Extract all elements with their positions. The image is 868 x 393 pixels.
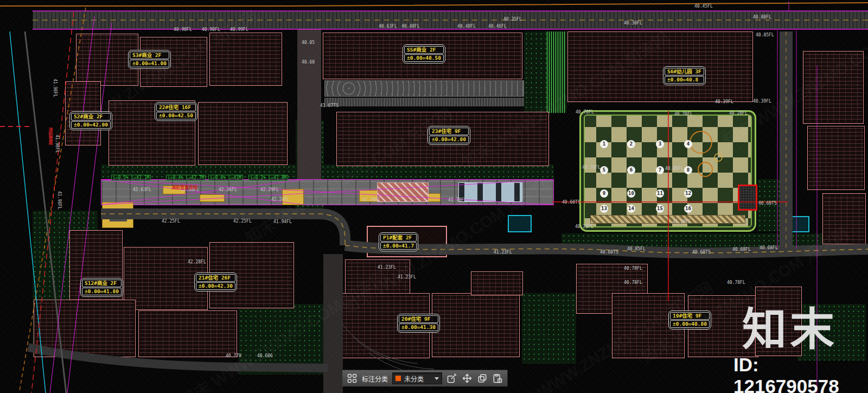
fl-label: 40.606 [257, 353, 273, 358]
fl-label: 40.80FL [753, 15, 771, 20]
fl-label: 40.63FL [379, 24, 397, 29]
garden-point-marker: 4 [684, 140, 692, 148]
fl-label: 41.78FL [362, 198, 381, 202]
fl-label: i=0.1% L=41.8M [248, 175, 288, 181]
building-tag: S5#商业 2F±0.00=40.50 [403, 45, 445, 64]
fl-label: 40.46FL [488, 24, 507, 29]
fl-label: 41.98FL [55, 135, 60, 153]
fl-label: 41.78FL [448, 198, 467, 202]
fl-label: 消防登高场地 [171, 185, 197, 190]
fl-label: 40.35FL [503, 17, 522, 22]
garden-point-marker: 1 [600, 140, 608, 148]
fl-label: 41.23FL [398, 275, 416, 280]
grid-icon[interactable] [347, 373, 358, 384]
chevron-down-icon [435, 377, 439, 380]
fl-label: 40.78FL [727, 280, 745, 285]
building-tag: S12#商业 2F±0.00=41.80 [80, 278, 123, 297]
fl-label: 40.78FL [624, 266, 642, 271]
garden-point-marker: 12 [684, 189, 692, 198]
fl-label: 40.778 [226, 353, 241, 358]
garden-point-marker: 10 [627, 189, 635, 198]
fl-label: 40.39FL [753, 99, 771, 104]
fl-label: 40.68TS [600, 250, 618, 255]
fl-label: 40.05FL [756, 33, 774, 37]
category-color-swatch [395, 376, 401, 381]
building-tag: S3#商业 2F±0.00=41.00 [128, 50, 171, 69]
fl-label: 消防登高 [48, 128, 53, 145]
fl-label: 41.98FL [57, 191, 62, 210]
cad-canvas[interactable]: 40.98FL40.98FL40.99FL40.0540.6840.63FL40… [0, 0, 868, 393]
garden-point-marker: 5 [600, 166, 608, 174]
fl-label: i=0.4% L=41M [208, 175, 243, 181]
fl-label: 40.98FL [202, 27, 220, 32]
building-tag: P1#配套 2F±0.00=41.7 [379, 232, 418, 251]
fl-label: 42.25FL [233, 219, 252, 224]
category-dropdown-value: 未分类 [404, 374, 431, 383]
fl-label: 40.60TS [758, 201, 777, 206]
building-tag: S6#幼儿园 3F±0.00=40.8 [663, 66, 706, 85]
fl-label: 40.80FL [665, 166, 684, 171]
fl-label: 41.23FL [494, 250, 512, 255]
fl-label: 40.20FL [729, 111, 748, 116]
fl-label: 42.29FL [260, 187, 279, 192]
fl-label: 41.23FL [378, 265, 396, 270]
fl-label: 40.05 [302, 40, 315, 45]
annotation-toolbar: 标注分类 未分类 [342, 370, 508, 386]
fl-label: 40.39FL [715, 99, 733, 104]
fl-label: 40.48FL [401, 24, 420, 29]
fl-label: 42.28FL [188, 259, 206, 264]
fl-label: 40.48FL [457, 24, 476, 29]
category-dropdown[interactable]: 未分类 [392, 372, 442, 384]
annotation-layer: 40.98FL40.98FL40.99FL40.0540.6840.63FL40… [0, 0, 868, 393]
fl-label: 40.70FL [674, 112, 693, 117]
fl-label: i=0.4% L=42.7M [166, 175, 206, 181]
garden-point-marker: 16 [684, 205, 692, 213]
building-tag: 21#住宅 26F±0.00=42.30 [194, 272, 237, 291]
edit-icon[interactable] [446, 373, 457, 384]
fl-label: 40.99FL [230, 27, 248, 32]
fl-label: 40.78FL [624, 280, 642, 285]
garden-point-marker: 8 [684, 166, 692, 174]
fl-label: 41.67TS [320, 103, 339, 108]
category-label: 标注分类 [362, 374, 388, 383]
fl-label: 42.25FL [162, 219, 180, 224]
fl-label: 40.30FL [624, 21, 642, 26]
fl-label: i=0.5% L=41.1M [111, 175, 151, 181]
garden-point-marker: 13 [600, 205, 608, 213]
garden-point-marker: 6 [627, 166, 635, 174]
fl-label: 40.60TS [562, 200, 580, 205]
building-tag: 23#住宅 9F±0.00=42.00 [427, 126, 470, 145]
fl-label: 40.20FL [575, 224, 593, 229]
fl-label: 40.85FL [627, 246, 646, 251]
fl-label: 42.63FL [133, 187, 151, 192]
garden-point-marker: 9 [600, 189, 608, 198]
fl-label: 41.94FL [273, 219, 292, 224]
move-icon[interactable] [462, 373, 473, 384]
fl-label: 40.68FL [760, 245, 778, 250]
garden-point-marker: 2 [627, 140, 635, 148]
fl-label: 40.68TS [692, 250, 711, 255]
fl-label: 42.24FL [271, 197, 290, 202]
building-tag: 19#住宅 9F±0.00=40.80 [668, 310, 711, 329]
fl-label: 40.68FL [732, 247, 751, 252]
fl-label: 40.70FL [576, 110, 594, 115]
fl-label: 42.36FL [219, 187, 237, 192]
copy-icon[interactable] [477, 373, 488, 384]
fl-label: 41.29FL [673, 219, 691, 224]
paste-icon[interactable] [492, 373, 503, 384]
garden-point-marker: 7 [656, 166, 664, 174]
garden-point-marker: 14 [627, 205, 635, 213]
fl-label: 41.98FL [53, 79, 58, 97]
garden-point-marker: 11 [656, 189, 664, 198]
building-tag: S2#商业 2F±0.00=42.00 [69, 111, 112, 130]
fl-label: 40.98FL [174, 27, 192, 32]
building-tag: 20#住宅 9F±0.00=41.30 [397, 314, 440, 333]
garden-point-marker: 15 [656, 205, 664, 213]
fl-label: 40.68 [302, 60, 315, 65]
garden-point-marker: 3 [656, 140, 664, 148]
fl-label: 40.70FL [582, 165, 601, 170]
building-tag: 22#住宅 16F±0.00=42.50 [155, 102, 197, 121]
fl-label: 40.45FL [694, 4, 713, 9]
